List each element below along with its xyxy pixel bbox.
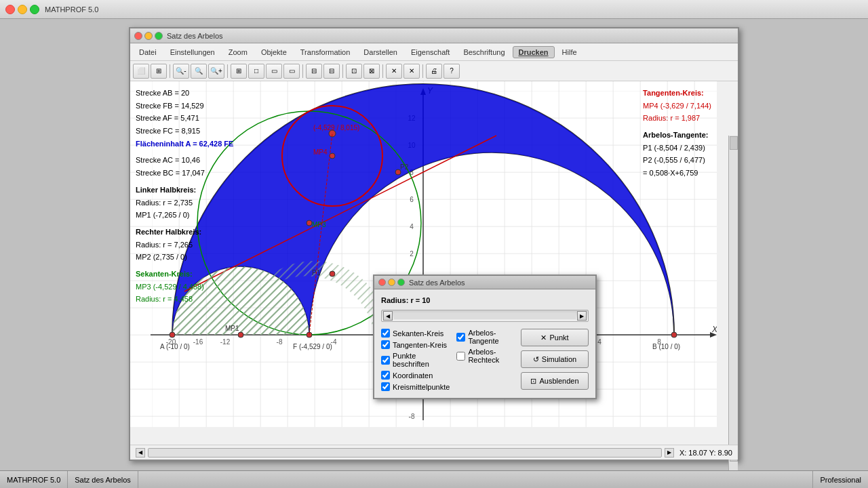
tb-grid2[interactable]: ⊞ [231, 64, 247, 79]
tb-rect[interactable]: ▭ [266, 64, 282, 79]
dialog-title-bar: Satz des Arbelos [374, 276, 595, 289]
status-tab-name: Satz des Arbelos [68, 471, 138, 488]
tb-sep5 [382, 64, 383, 78]
menu-darstellen[interactable]: Darstellen [357, 46, 403, 58]
cb-tangenten[interactable]: Tangenten-Kreis [381, 340, 450, 349]
menu-hilfe[interactable]: Hilfe [556, 46, 583, 58]
scrollbar-up[interactable] [730, 136, 738, 150]
tb-table[interactable]: ⊟ [306, 64, 322, 79]
menu-objekte[interactable]: Objekte [255, 46, 293, 58]
cb-kreismittelpunkte-input[interactable] [381, 382, 390, 391]
radius-slider[interactable]: ◀ ▶ [381, 310, 589, 322]
svg-text:A (-10 / 0): A (-10 / 0) [160, 343, 190, 350]
cb-sekanten[interactable]: Sekanten-Kreis [381, 329, 450, 338]
cb-tangenten-input[interactable] [381, 340, 390, 349]
svg-text:MP3: MP3 [312, 221, 326, 228]
svg-text:-8: -8 [277, 338, 283, 346]
action-buttons: ✕ Punkt ↺ Simulation ⊡ Ausblenden [521, 329, 589, 391]
ausblenden-label: Ausblenden [539, 377, 578, 385]
menu-eigenschaft[interactable]: Eigenschaft [405, 46, 456, 58]
cb-arbelos-rechteck[interactable]: Arbelos-Rechteck [456, 348, 514, 364]
outer-title-bar: MATHPROF 5.0 [0, 0, 868, 19]
tb-print[interactable]: 🖨 [426, 64, 442, 79]
tb-grid[interactable]: ⊞ [151, 64, 167, 79]
tb-delete2[interactable]: ✕ [403, 64, 420, 79]
punkt-button[interactable]: ✕ Punkt [521, 329, 589, 346]
dialog-controls[interactable] [378, 279, 405, 286]
window-controls[interactable] [5, 5, 39, 14]
cb-koordinaten[interactable]: Koordinaten [381, 371, 450, 380]
cb-arbelos-tangente[interactable]: Arbelos-Tangente [456, 329, 514, 345]
tb-table2[interactable]: ⊟ [323, 64, 340, 79]
max-btn[interactable] [30, 5, 39, 14]
tb-rect2[interactable]: ▭ [283, 64, 300, 79]
svg-text:4: 4 [597, 338, 601, 346]
tb-zoom-out[interactable]: 🔍- [173, 64, 189, 79]
slider-left-arrow[interactable]: ◀ [383, 311, 393, 321]
menu-datei[interactable]: Datei [133, 46, 163, 58]
cb-punkte[interactable]: Punkte beschriften [381, 352, 450, 368]
main-title-bar: Satz des Arbelos [130, 28, 738, 43]
scrollbar-left-btn[interactable]: ◀ [136, 448, 145, 458]
main-window-title: Satz des Arbelos [167, 32, 223, 40]
cb-punkte-input[interactable] [381, 356, 390, 365]
svg-text:B (10 / 0): B (10 / 0) [652, 343, 680, 350]
main-min-btn[interactable] [144, 32, 153, 40]
cb-arbelos-tangente-input[interactable] [456, 333, 465, 342]
scrollbar-right-btn[interactable]: ▶ [665, 448, 674, 458]
main-close-btn[interactable] [134, 32, 142, 40]
cb-arbelos-rechteck-label: Arbelos-Rechteck [468, 348, 514, 364]
tb-sep4 [342, 64, 343, 78]
punkt-icon: ✕ [540, 333, 547, 342]
simulation-button[interactable]: ↺ Simulation [521, 350, 589, 368]
menu-zoom[interactable]: Zoom [222, 46, 254, 58]
options-area: Sekanten-Kreis Tangenten-Kreis Punkte be… [381, 329, 589, 391]
menu-einstellungen[interactable]: Einstellungen [164, 46, 221, 58]
ausblenden-button[interactable]: ⊡ Ausblenden [521, 372, 589, 390]
dialog-min[interactable] [388, 279, 395, 286]
left-checkboxes: Sekanten-Kreis Tangenten-Kreis Punkte be… [381, 329, 450, 391]
tb-frame[interactable]: ⊡ [346, 64, 362, 79]
menu-transformation[interactable]: Transformation [294, 46, 357, 58]
tb-zoom-in[interactable]: 🔍+ [208, 64, 224, 79]
min-btn[interactable] [18, 5, 27, 14]
tb-select[interactable]: ⬜ [133, 64, 149, 79]
slider-right-arrow[interactable]: ▶ [577, 311, 587, 321]
close-btn[interactable] [5, 5, 15, 14]
cb-koordinaten-label: Koordinaten [393, 371, 433, 380]
menu-beschriftung[interactable]: Beschriftung [457, 46, 511, 58]
tb-help[interactable]: ? [443, 64, 460, 79]
cb-sekanten-input[interactable] [381, 329, 390, 338]
svg-text:F (-4,529 / 0): F (-4,529 / 0) [293, 343, 332, 350]
ausblenden-icon: ⊡ [530, 377, 536, 386]
main-max-btn[interactable] [155, 32, 163, 40]
dialog-max[interactable] [397, 279, 405, 286]
svg-text:P2: P2 [400, 163, 409, 171]
cb-arbelos-rechteck-input[interactable] [456, 352, 465, 361]
status-edition: Professional [812, 471, 868, 488]
main-window-controls[interactable] [134, 32, 163, 40]
cb-punkte-label: Punkte beschriften [393, 352, 450, 368]
tb-delete[interactable]: ✕ [386, 64, 402, 79]
scrollbar-vertical[interactable] [728, 136, 738, 481]
horizontal-scrollbar[interactable] [148, 448, 662, 458]
cb-sekanten-label: Sekanten-Kreis [393, 329, 443, 338]
tb-frame2[interactable]: ⊠ [363, 64, 380, 79]
tb-zoom-in-minus[interactable]: 🔍 [191, 64, 207, 79]
right-checkboxes: Arbelos-Tangente Arbelos-Rechteck [456, 329, 514, 391]
tb-square[interactable]: □ [248, 64, 264, 79]
svg-text:MP1: MP1 [225, 325, 239, 332]
cb-arbelos-tangente-label: Arbelos-Tangente [468, 329, 514, 345]
cb-koordinaten-input[interactable] [381, 371, 390, 380]
radius-label: Radius: r = 10 [381, 296, 430, 304]
menu-drucken[interactable]: Drucken [513, 46, 555, 58]
tb-sep6 [422, 64, 423, 78]
dialog-close[interactable] [378, 279, 386, 286]
radius-row: Radius: r = 10 [381, 296, 589, 304]
svg-text:-8: -8 [409, 413, 415, 420]
bottom-status-bar: MATHPROF 5.0 Satz des Arbelos Profession… [0, 470, 868, 488]
dialog-box: Satz des Arbelos Radius: r = 10 ◀ ▶ Seka… [373, 274, 597, 399]
svg-text:4: 4 [410, 223, 414, 230]
cb-kreismittelpunkte[interactable]: Kreismittelpunkte [381, 382, 450, 391]
slider-row: ◀ ▶ [381, 310, 589, 322]
